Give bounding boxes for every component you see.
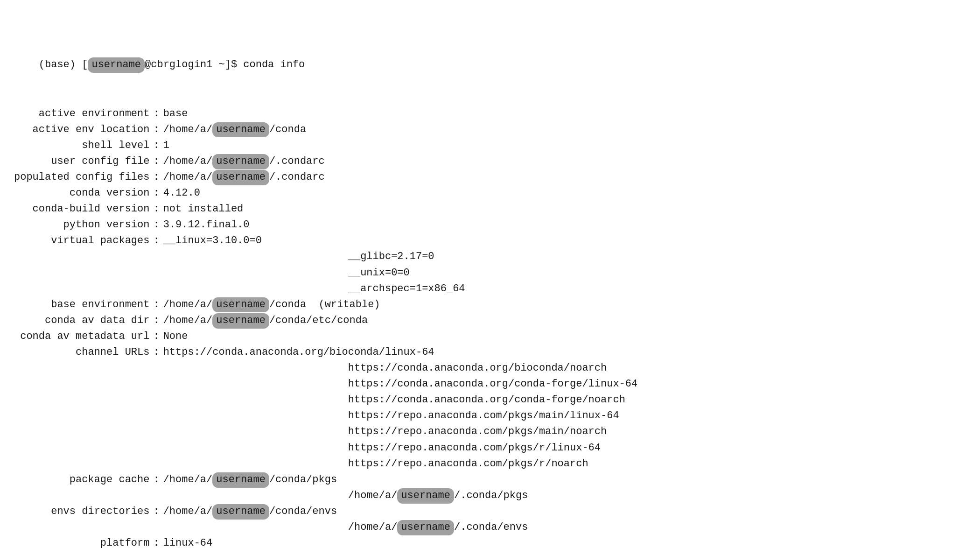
field-label: package cache xyxy=(14,472,153,504)
field-colon: : xyxy=(153,138,163,154)
field-colon: : xyxy=(153,169,163,185)
username-badge: username xyxy=(397,488,454,504)
username-badge: username xyxy=(397,520,454,535)
prompt-prefix: (base) [ xyxy=(39,59,88,70)
table-row: python version : 3.9.12.final.0 xyxy=(14,217,804,233)
field-value: 1 xyxy=(163,138,804,154)
field-label: python version xyxy=(14,217,153,233)
field-colon: : xyxy=(153,472,163,504)
field-label: platform xyxy=(14,535,153,548)
field-value: /home/a/username/.condarc xyxy=(163,154,804,169)
username-badge: username xyxy=(212,170,269,185)
field-colon: : xyxy=(153,185,163,201)
prompt-suffix: @cbrglogin1 ~]$ conda info xyxy=(145,59,305,70)
field-value: /home/a/username/conda/pkgs /home/a/user… xyxy=(163,472,804,504)
field-label: active env location xyxy=(14,122,153,138)
field-value: not installed xyxy=(163,201,804,217)
table-row: package cache : /home/a/username/conda/p… xyxy=(14,472,804,504)
username-badge: username xyxy=(212,122,269,138)
field-value: /home/a/username/.condarc xyxy=(163,169,804,185)
field-value: /home/a/username/conda/envs /home/a/user… xyxy=(163,504,804,535)
field-value: base xyxy=(163,106,804,122)
field-colon: : xyxy=(153,313,163,329)
field-label: envs directories xyxy=(14,504,153,535)
field-colon: : xyxy=(153,504,163,535)
prompt-line: (base) [username@cbrglogin1 ~]$ conda in… xyxy=(14,41,966,89)
field-colon: : xyxy=(153,344,163,472)
field-value: https://conda.anaconda.org/bioconda/linu… xyxy=(163,344,804,472)
field-value: /home/a/username/conda xyxy=(163,122,804,138)
field-label: conda-build version xyxy=(14,201,153,217)
table-row: active env location : /home/a/username/c… xyxy=(14,122,804,138)
table-row: populated config files : /home/a/usernam… xyxy=(14,169,804,185)
field-label: virtual packages xyxy=(14,233,153,296)
table-row: platform : linux-64 xyxy=(14,535,804,548)
table-row: conda av metadata url : None xyxy=(14,329,804,344)
field-label: user config file xyxy=(14,154,153,169)
username-badge: username xyxy=(212,313,269,329)
username-badge: username xyxy=(212,297,269,313)
table-row: channel URLs : https://conda.anaconda.or… xyxy=(14,344,804,472)
field-value: 4.12.0 xyxy=(163,185,804,201)
field-colon: : xyxy=(153,106,163,122)
terminal-output: (base) [username@cbrglogin1 ~]$ conda in… xyxy=(14,9,966,106)
field-colon: : xyxy=(153,297,163,313)
field-value: __linux=3.10.0=0 __glibc=2.17=0 __unix=0… xyxy=(163,233,804,296)
table-row: shell level : 1 xyxy=(14,138,804,154)
field-label: shell level xyxy=(14,138,153,154)
field-label: active environment xyxy=(14,106,153,122)
table-row: active environment : base xyxy=(14,106,804,122)
field-value: /home/a/username/conda (writable) xyxy=(163,297,804,313)
table-row: conda version : 4.12.0 xyxy=(14,185,804,201)
field-colon: : xyxy=(153,154,163,169)
field-label: conda av data dir xyxy=(14,313,153,329)
field-value: None xyxy=(163,329,804,344)
field-label: conda av metadata url xyxy=(14,329,153,344)
username-badge: username xyxy=(212,472,269,488)
table-row: virtual packages : __linux=3.10.0=0 __gl… xyxy=(14,233,804,296)
field-value: linux-64 xyxy=(163,535,804,548)
conda-info-table: active environment : base active env loc… xyxy=(14,106,804,548)
username-badge: username xyxy=(212,154,269,169)
field-colon: : xyxy=(153,122,163,138)
table-row: user config file : /home/a/username/.con… xyxy=(14,154,804,169)
field-value: 3.9.12.final.0 xyxy=(163,217,804,233)
field-label: base environment xyxy=(14,297,153,313)
field-colon: : xyxy=(153,233,163,296)
field-colon: : xyxy=(153,217,163,233)
table-row: base environment : /home/a/username/cond… xyxy=(14,297,804,313)
table-row: envs directories : /home/a/username/cond… xyxy=(14,504,804,535)
field-label: conda version xyxy=(14,185,153,201)
field-label: channel URLs xyxy=(14,344,153,472)
field-colon: : xyxy=(153,201,163,217)
table-row: conda av data dir : /home/a/username/con… xyxy=(14,313,804,329)
field-colon: : xyxy=(153,535,163,548)
username-badge-prompt: username xyxy=(88,57,145,73)
username-badge: username xyxy=(212,504,269,520)
field-label: populated config files xyxy=(14,169,153,185)
field-value: /home/a/username/conda/etc/conda xyxy=(163,313,804,329)
table-row: conda-build version : not installed xyxy=(14,201,804,217)
field-colon: : xyxy=(153,329,163,344)
